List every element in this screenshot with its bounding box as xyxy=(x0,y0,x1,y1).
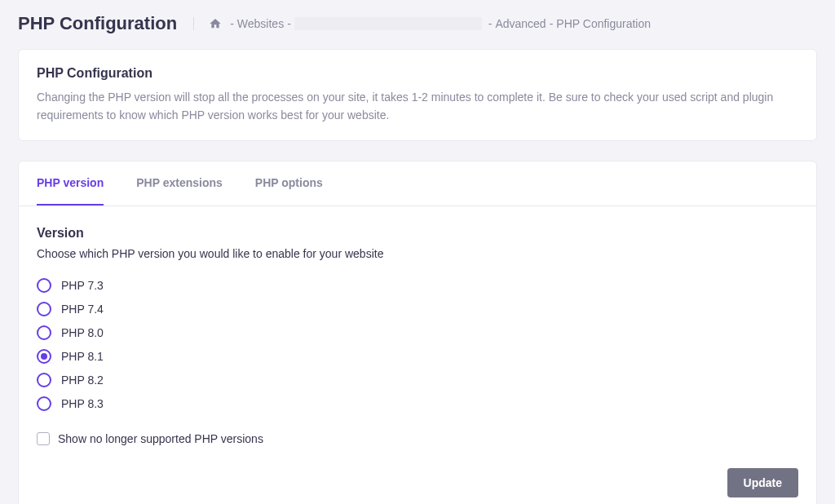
radio-label: PHP 8.0 xyxy=(61,326,104,339)
radio-button-icon xyxy=(37,349,51,364)
tab-php-version[interactable]: PHP version xyxy=(37,161,104,206)
radio-php-8-3[interactable]: PHP 8.3 xyxy=(37,396,798,411)
tabs-panel: PHP version PHP extensions PHP options V… xyxy=(18,161,817,504)
radio-button-icon xyxy=(37,302,51,316)
tab-php-options[interactable]: PHP options xyxy=(255,161,323,206)
radio-button-icon xyxy=(37,278,51,293)
radio-label: PHP 7.3 xyxy=(61,279,104,292)
info-panel: PHP Configuration Changing the PHP versi… xyxy=(18,49,817,141)
update-button[interactable]: Update xyxy=(727,468,798,497)
page-title: PHP Configuration xyxy=(18,13,193,34)
breadcrumb: - Websites - - Advanced - PHP Configurat… xyxy=(193,17,651,30)
version-heading: Version xyxy=(37,226,798,241)
breadcrumb-sitename-masked[interactable] xyxy=(294,17,482,30)
checkbox-label: Show no longer supported PHP versions xyxy=(58,432,263,445)
radio-button-icon xyxy=(37,373,51,387)
checkbox-icon xyxy=(37,432,50,445)
breadcrumb-sep: - xyxy=(485,17,493,30)
radio-label: PHP 8.1 xyxy=(61,350,104,363)
radio-label: PHP 8.2 xyxy=(61,374,104,387)
info-panel-title: PHP Configuration xyxy=(37,66,798,81)
radio-button-icon xyxy=(37,396,51,411)
breadcrumb-sep: - xyxy=(230,17,234,30)
radio-php-8-1[interactable]: PHP 8.1 xyxy=(37,349,798,364)
radio-php-8-0[interactable]: PHP 8.0 xyxy=(37,325,798,340)
breadcrumb-advanced[interactable]: Advanced xyxy=(495,17,546,30)
version-description: Choose which PHP version you would like … xyxy=(37,247,798,260)
radio-label: PHP 8.3 xyxy=(61,397,104,410)
tabs-bar: PHP version PHP extensions PHP options xyxy=(19,161,816,206)
radio-label: PHP 7.4 xyxy=(61,303,104,316)
breadcrumb-websites[interactable]: Websites xyxy=(237,17,284,30)
radio-php-8-2[interactable]: PHP 8.2 xyxy=(37,373,798,387)
radio-php-7-3[interactable]: PHP 7.3 xyxy=(37,278,798,293)
tab-content-version: Version Choose which PHP version you wou… xyxy=(19,206,816,504)
radio-button-icon xyxy=(37,325,51,340)
home-icon[interactable] xyxy=(209,17,222,30)
info-panel-description: Changing the PHP version will stop all t… xyxy=(37,89,798,124)
breadcrumb-sep: - xyxy=(287,17,291,30)
button-row: Update xyxy=(37,468,798,497)
show-unsupported-checkbox[interactable]: Show no longer supported PHP versions xyxy=(37,432,798,445)
breadcrumb-php-config: PHP Configuration xyxy=(556,17,651,30)
radio-php-7-4[interactable]: PHP 7.4 xyxy=(37,302,798,316)
php-version-radio-group: PHP 7.3 PHP 7.4 PHP 8.0 PHP 8.1 PHP 8.2 … xyxy=(37,278,798,411)
breadcrumb-sep: - xyxy=(550,17,554,30)
tab-php-extensions[interactable]: PHP extensions xyxy=(136,161,223,206)
